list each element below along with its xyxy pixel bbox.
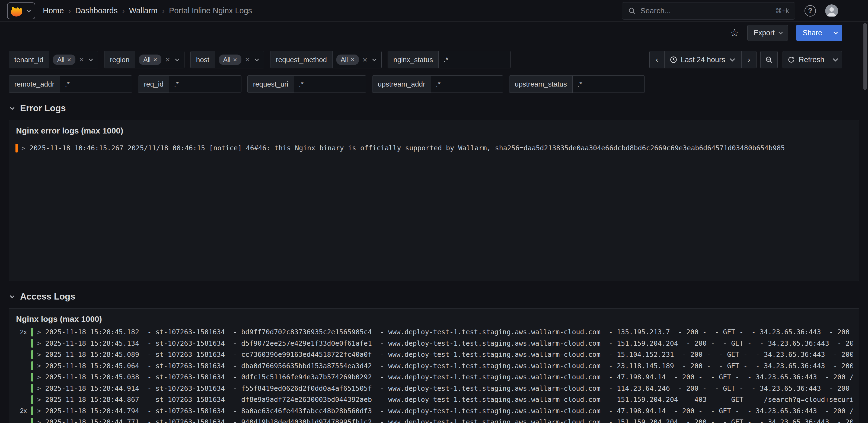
selected-option-chip[interactable]: All× xyxy=(53,55,75,65)
refresh-group: Refresh xyxy=(782,51,842,68)
clear-filter-icon[interactable]: × xyxy=(165,56,170,64)
expand-log-icon[interactable]: > xyxy=(37,340,41,347)
chevron-down-icon xyxy=(777,30,784,36)
section-header-access-logs[interactable]: Access Logs xyxy=(9,291,868,302)
zoom-out-time-button[interactable] xyxy=(760,51,778,68)
log-row[interactable]: 2x>2025-11-18 15:28:45.182 - st-107263-1… xyxy=(16,326,852,338)
log-row[interactable]: >2025-11-18 15:28:45.134 - st-107263-158… xyxy=(16,338,852,349)
filter-label: tenant_id xyxy=(9,51,49,68)
breadcrumb-item[interactable]: Home xyxy=(43,6,64,15)
log-line-text: 2025-11-18 15:28:44.914 - st-107263-1581… xyxy=(45,385,852,392)
log-line-text: 2025-11-18 15:28:45.064 - st-107263-1581… xyxy=(45,362,852,370)
expand-log-icon[interactable]: > xyxy=(22,145,25,152)
expand-log-icon[interactable]: > xyxy=(37,385,41,392)
filter-text-input[interactable]: .* xyxy=(572,76,645,93)
expand-log-icon[interactable]: > xyxy=(37,362,41,369)
expand-log-icon[interactable]: > xyxy=(37,396,41,403)
log-row[interactable]: 2x>2025-11-18 15:28:44.794 - st-107263-1… xyxy=(16,405,852,417)
expand-log-icon[interactable]: > xyxy=(37,373,41,381)
chevron-down-icon xyxy=(728,56,737,64)
filter-request_uri: request_uri.* xyxy=(247,75,366,93)
panel-title[interactable]: Nginx logs (max 1000) xyxy=(9,308,859,324)
log-row[interactable]: >2025-11-18 15:28:45.089 - st-107263-158… xyxy=(16,349,852,360)
clock-icon xyxy=(670,56,678,64)
time-shift-back-button[interactable]: ‹ xyxy=(649,51,664,68)
log-row[interactable]: >2025-11-18 15:28:44.914 - st-107263-158… xyxy=(16,383,852,394)
share-button[interactable]: Share xyxy=(796,25,829,41)
favorite-star-icon[interactable]: ☆ xyxy=(730,28,739,38)
refresh-button[interactable]: Refresh xyxy=(782,51,829,68)
org-menu-toggle[interactable] xyxy=(7,2,35,19)
refresh-icon xyxy=(787,56,795,64)
share-menu-toggle[interactable] xyxy=(829,25,842,41)
selected-option-chip[interactable]: All× xyxy=(139,55,161,65)
filter-value-dropdown[interactable]: All×× xyxy=(49,51,98,68)
time-shift-forward-button[interactable]: › xyxy=(741,51,756,68)
back-arrow-icon: ‹ xyxy=(656,56,658,64)
share-split-button: Share xyxy=(796,25,842,41)
search-input[interactable]: Search... ⌘+k xyxy=(622,2,795,20)
log-row[interactable]: >2025-11-18 10:46:15.267 2025/11/18 08:4… xyxy=(16,143,852,154)
expand-log-icon[interactable]: > xyxy=(37,351,41,358)
chevron-down-icon xyxy=(9,293,16,300)
filter-region: regionAll×× xyxy=(104,51,184,68)
filter-value-dropdown[interactable]: All×× xyxy=(135,51,184,68)
filter-host: hostAll×× xyxy=(190,51,264,68)
log-row[interactable]: >2025-11-18 15:28:45.064 - st-107263-158… xyxy=(16,360,852,372)
breadcrumb-item[interactable]: Dashboards xyxy=(75,6,118,15)
remove-option-icon[interactable]: × xyxy=(67,56,71,63)
filter-text-input[interactable]: .* xyxy=(431,76,503,93)
log-level-bar xyxy=(31,384,33,393)
log-row[interactable]: >2025-11-18 15:28:45.038 - st-107263-158… xyxy=(16,371,852,383)
log-row[interactable]: >2025-11-18 15:28:44.771 - st-107263-158… xyxy=(16,417,852,423)
time-range-picker[interactable]: Last 24 hours xyxy=(664,51,742,68)
chevron-down-icon[interactable] xyxy=(174,56,180,63)
clear-filter-icon[interactable]: × xyxy=(363,56,368,64)
filter-text-input[interactable]: .* xyxy=(169,76,241,93)
breadcrumb-separator: › xyxy=(162,6,165,16)
remove-option-icon[interactable]: × xyxy=(233,56,237,63)
user-icon xyxy=(825,4,838,18)
user-avatar[interactable] xyxy=(825,4,838,18)
export-button[interactable]: Export xyxy=(747,25,788,41)
log-line-text: 2025-11-18 15:28:45.134 - st-107263-1581… xyxy=(45,339,852,347)
help-button[interactable]: ? xyxy=(805,5,816,17)
log-line-text: 2025-11-18 15:28:44.794 - st-107263-1581… xyxy=(45,407,852,415)
filter-text-input[interactable]: .* xyxy=(60,76,132,93)
zoom-out-icon xyxy=(765,56,773,64)
filter-req_id: req_id.* xyxy=(138,75,241,93)
expand-log-icon[interactable]: > xyxy=(37,407,41,414)
breadcrumb-item[interactable]: Wallarm xyxy=(129,6,158,15)
remove-option-icon[interactable]: × xyxy=(153,56,157,63)
search-icon xyxy=(628,7,636,15)
breadcrumb: Home›Dashboards›Wallarm›Portal Inline Ng… xyxy=(43,6,252,16)
filter-upstream_addr: upstream_addr.* xyxy=(372,75,503,93)
expand-log-icon[interactable]: > xyxy=(37,329,41,336)
breadcrumb-separator: › xyxy=(122,6,125,16)
selected-option-chip[interactable]: All× xyxy=(219,55,241,65)
expand-log-icon[interactable]: > xyxy=(37,419,41,423)
filter-value-dropdown[interactable]: All×× xyxy=(333,51,381,68)
log-row[interactable]: >2025-11-18 15:28:44.867 - st-107263-158… xyxy=(16,394,852,405)
remove-option-icon[interactable]: × xyxy=(351,56,354,63)
clear-filter-icon[interactable]: × xyxy=(79,56,84,64)
filter-value-dropdown[interactable]: All×× xyxy=(215,51,264,68)
clear-filter-icon[interactable]: × xyxy=(245,56,250,64)
panel-title[interactable]: Nginx error logs (max 1000) xyxy=(9,120,859,135)
chevron-down-icon[interactable] xyxy=(371,56,378,63)
scrollbar-thumb[interactable] xyxy=(863,23,867,90)
section-header-error-logs[interactable]: Error Logs xyxy=(9,102,868,114)
filter-label: req_id xyxy=(138,76,169,93)
filter-text-input[interactable]: .* xyxy=(439,51,510,68)
filter-text-input[interactable]: .* xyxy=(294,76,366,93)
export-button-label: Export xyxy=(753,29,775,37)
chevron-down-icon xyxy=(833,30,839,36)
selected-option-label: All xyxy=(143,56,151,63)
time-range-label: Last 24 hours xyxy=(681,56,725,64)
chevron-down-icon[interactable] xyxy=(88,56,94,63)
refresh-interval-toggle[interactable] xyxy=(829,51,842,68)
chevron-down-icon[interactable] xyxy=(254,56,260,63)
log-line-text: 2025-11-18 15:28:45.182 - st-107263-1581… xyxy=(45,328,852,336)
error-logs-panel: Nginx error logs (max 1000) >2025-11-18 … xyxy=(9,120,859,281)
selected-option-chip[interactable]: All× xyxy=(336,55,359,65)
